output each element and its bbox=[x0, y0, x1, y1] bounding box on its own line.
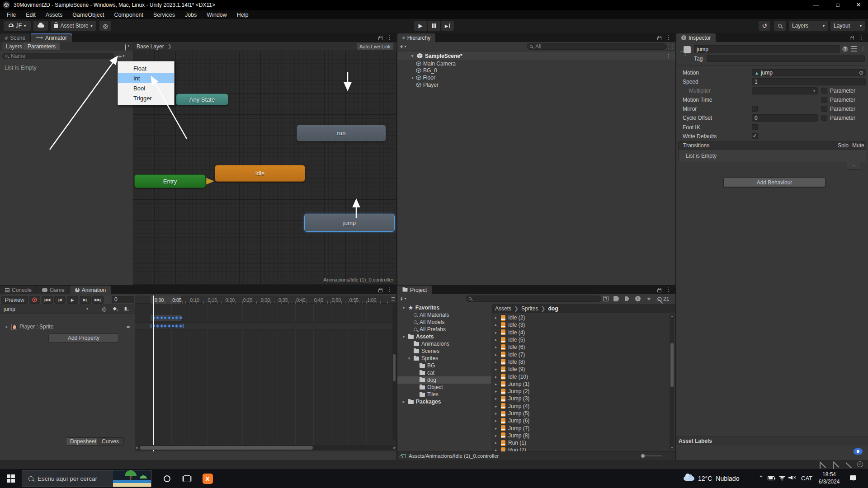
asset-row[interactable]: ▸Idle (6) bbox=[492, 343, 675, 351]
menu-item[interactable]: Help bbox=[232, 12, 254, 18]
panel-menu-icon[interactable]: ⋮ bbox=[387, 34, 393, 41]
keyframe-diamond[interactable] bbox=[178, 316, 183, 320]
label-filter-icon[interactable] bbox=[625, 296, 629, 301]
goto-start-button[interactable]: |◀◀ bbox=[42, 296, 53, 304]
layers-dropdown[interactable]: Layers▾ bbox=[789, 21, 828, 31]
timeline-menu-icon[interactable]: ☰ bbox=[391, 296, 395, 301]
tab-animator[interactable]: ⟶Animator bbox=[31, 33, 72, 42]
lock-icon[interactable] bbox=[657, 37, 661, 40]
favorites-filter-icon[interactable]: ★ bbox=[646, 296, 651, 302]
menu-item[interactable]: File bbox=[2, 12, 21, 18]
state-node-any-state[interactable]: Any State bbox=[176, 94, 228, 105]
project-tree-item[interactable]: ★ All Prefabs bbox=[397, 326, 491, 333]
cycle-offset-field[interactable]: 0 bbox=[752, 114, 818, 122]
clock[interactable]: 18:54 6/3/2024 bbox=[816, 471, 842, 485]
multiplier-parameter-checkbox[interactable] bbox=[821, 88, 827, 94]
cloud-button[interactable] bbox=[33, 21, 48, 31]
parameter-search-input[interactable]: Name bbox=[2, 53, 114, 59]
open-asset-icon[interactable] bbox=[603, 296, 609, 301]
add-behaviour-button[interactable]: Add Behaviour bbox=[723, 178, 826, 187]
version-control-button[interactable]: ◎ bbox=[99, 21, 111, 31]
scene-picker-icon[interactable] bbox=[668, 44, 673, 49]
project-tree-item[interactable]: ★ Assets bbox=[397, 333, 491, 340]
hidden-count-badge[interactable]: 21 bbox=[657, 296, 669, 302]
hierarchy-item[interactable]: Main Camera bbox=[397, 60, 675, 67]
asset-row[interactable]: ▸Idle (5) bbox=[492, 336, 675, 343]
tab-parameters[interactable]: Parameters bbox=[24, 42, 60, 50]
menu-item[interactable]: GameObject bbox=[67, 12, 109, 18]
keyframe-row-sprite[interactable] bbox=[135, 322, 396, 329]
tab-scene[interactable]: #Scene bbox=[0, 33, 30, 42]
help-icon[interactable]: ? bbox=[842, 46, 848, 52]
weather-widget[interactable]: 12°C Nublado bbox=[684, 469, 739, 488]
state-node-jump[interactable]: jump bbox=[304, 214, 395, 232]
record-button[interactable] bbox=[29, 296, 40, 304]
multiplier-dropdown[interactable]: ▾ bbox=[752, 87, 818, 94]
taskbar-search[interactable]: Escriu aquí per cercar bbox=[22, 470, 151, 487]
project-tree-item[interactable]: ★ Tiles bbox=[397, 391, 491, 398]
asset-labels-header[interactable]: Asset Labels bbox=[676, 437, 868, 445]
parameter-type-option[interactable]: Int bbox=[118, 73, 174, 83]
menu-item[interactable]: Edit bbox=[21, 12, 41, 18]
asset-labels-button[interactable] bbox=[854, 448, 863, 455]
timeline-hscrollbar[interactable]: ◀ ▶ bbox=[138, 445, 393, 450]
project-tree-item[interactable]: ★ dog bbox=[397, 376, 491, 384]
scroll-left-icon[interactable]: ◀ bbox=[135, 446, 137, 450]
close-button[interactable]: ✕ bbox=[852, 1, 865, 8]
tag-field[interactable] bbox=[707, 55, 865, 62]
state-node-idle[interactable]: idle bbox=[215, 165, 305, 182]
hierarchy-item[interactable]: BG_0 bbox=[397, 67, 675, 75]
asset-row[interactable]: ▸Jump (7) bbox=[492, 424, 675, 432]
notification-center-icon[interactable] bbox=[850, 475, 856, 481]
state-node-entry[interactable]: Entry bbox=[134, 174, 206, 188]
taskbar-app-xampp[interactable]: X bbox=[197, 469, 218, 488]
add-keyframe-icon[interactable]: ◆+ bbox=[113, 305, 118, 312]
undo-history-button[interactable]: ↺ bbox=[759, 21, 770, 31]
battery-icon[interactable] bbox=[768, 476, 774, 480]
asset-row[interactable]: ▸Jump (8) bbox=[492, 432, 675, 439]
project-search-input[interactable] bbox=[466, 296, 601, 302]
menu-item[interactable]: Window bbox=[202, 12, 231, 18]
keyframe-row-summary[interactable] bbox=[135, 315, 396, 321]
asset-row[interactable]: ▸Idle (7) bbox=[492, 351, 675, 358]
project-tree-item[interactable]: ★ Scenes bbox=[397, 347, 491, 355]
tab-console[interactable]: Console bbox=[0, 286, 37, 294]
motion-time-parameter-checkbox[interactable] bbox=[821, 97, 827, 103]
panel-menu-icon[interactable]: ⋮ bbox=[666, 286, 672, 293]
asset-row[interactable]: ▸Jump (5) bbox=[492, 410, 675, 417]
project-tree-item[interactable]: ★ All Models bbox=[397, 319, 491, 326]
menu-item[interactable]: Component bbox=[109, 12, 148, 18]
header-menu-icon[interactable]: ⋮ bbox=[860, 46, 866, 52]
asset-store-button[interactable]: Asset Store▾ bbox=[51, 21, 96, 31]
auto-live-link-button[interactable]: Auto Live Link bbox=[357, 43, 393, 50]
lock-icon[interactable] bbox=[850, 37, 854, 40]
cortana-button[interactable] bbox=[157, 469, 177, 488]
tab-game[interactable]: Game bbox=[37, 286, 70, 294]
goto-end-button[interactable]: ▶▶| bbox=[92, 296, 104, 304]
account-button[interactable]: JF▾ bbox=[4, 21, 31, 31]
presets-icon[interactable] bbox=[851, 46, 857, 52]
parameter-type-option[interactable]: Bool bbox=[118, 83, 174, 93]
add-event-icon[interactable]: ▮+ bbox=[124, 305, 129, 312]
asset-list-scrollbar[interactable]: ▲ ▼ bbox=[670, 314, 674, 450]
eye-icon[interactable] bbox=[125, 44, 126, 51]
state-node-run[interactable]: run bbox=[297, 125, 386, 141]
scene-row[interactable]: ▾ SampleScene* ⋮ bbox=[397, 52, 675, 60]
state-name-field[interactable]: jump bbox=[694, 45, 840, 53]
layout-dropdown[interactable]: Layout▾ bbox=[830, 21, 865, 31]
parameter-type-option[interactable]: Trigger bbox=[118, 93, 174, 103]
asset-row[interactable]: ▸Run (2) bbox=[492, 446, 675, 451]
create-object-button[interactable]: +▾ bbox=[397, 42, 406, 50]
breadcrumb-sprites[interactable]: Sprites bbox=[521, 305, 538, 312]
progress-status-icon[interactable]: ✓ bbox=[857, 461, 863, 467]
curves-button[interactable]: Curves bbox=[97, 437, 124, 446]
project-tree-item[interactable]: ★ Packages bbox=[397, 398, 491, 405]
mirror-parameter-checkbox[interactable] bbox=[821, 106, 827, 112]
track-row-player-sprite[interactable]: ▸ Player : Sprite bbox=[0, 323, 135, 330]
asset-row[interactable]: ▸Jump (2) bbox=[492, 388, 675, 395]
hierarchy-search-input[interactable]: All bbox=[527, 43, 667, 50]
zoom-slider[interactable] bbox=[641, 455, 662, 456]
breadcrumb-dog[interactable]: dog bbox=[548, 305, 558, 312]
speed-field[interactable]: 1 bbox=[752, 78, 866, 85]
project-tree-item[interactable]: ★ cat bbox=[397, 369, 491, 376]
